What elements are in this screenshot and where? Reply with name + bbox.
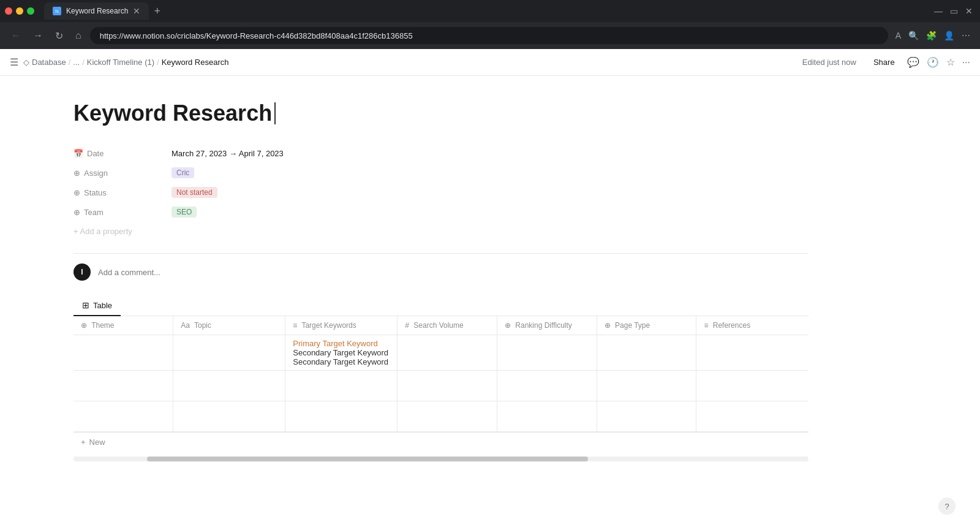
property-team-value[interactable]: SEO — [172, 207, 197, 218]
cell-search-2[interactable] — [398, 401, 497, 432]
cell-keywords-1[interactable] — [285, 371, 398, 401]
cell-ref-1[interactable] — [696, 371, 809, 401]
more-icon[interactable]: ··· — [962, 57, 970, 68]
property-status-value[interactable]: Not started — [172, 187, 217, 198]
cell-search-1[interactable] — [398, 371, 497, 401]
th-keywords[interactable]: ≡ Target Keywords — [285, 316, 398, 335]
page-title-text[interactable]: Keyword Research — [74, 100, 272, 126]
notion-content: Keyword Research 📅 Date March 27, 2023 →… — [0, 76, 980, 527]
text-cursor — [274, 102, 276, 124]
cell-topic-0[interactable] — [173, 335, 285, 371]
cell-theme-2[interactable] — [74, 401, 173, 432]
address-input[interactable] — [90, 27, 888, 44]
more-options-icon[interactable]: ⋯ — [959, 28, 973, 43]
property-date-value[interactable]: March 27, 2023 → April 7, 2023 — [172, 149, 284, 158]
home-button[interactable]: ⌂ — [72, 28, 85, 44]
cell-ranking-1[interactable] — [497, 371, 597, 401]
assign-tag[interactable]: Cric — [172, 167, 194, 178]
profile-icon[interactable]: 👤 — [941, 28, 957, 43]
forward-button[interactable]: → — [29, 28, 47, 44]
breadcrumb-sep-3: / — [157, 58, 159, 67]
extension-icon[interactable]: 🧩 — [924, 28, 939, 43]
th-ranking-icon: ⊕ — [505, 321, 511, 330]
favorite-icon[interactable]: ☆ — [946, 56, 955, 68]
history-icon[interactable]: 🕐 — [927, 56, 939, 68]
breadcrumb-database[interactable]: Database — [32, 58, 66, 67]
horizontal-scrollbar[interactable] — [74, 457, 809, 461]
table-row[interactable] — [74, 401, 809, 432]
titlebar-close-icon[interactable]: ✕ — [963, 4, 975, 18]
refresh-button[interactable]: ↻ — [51, 28, 67, 44]
properties-divider — [74, 253, 809, 254]
cell-ranking-0[interactable] — [497, 335, 597, 371]
cell-theme-0[interactable] — [74, 335, 173, 371]
breadcrumb-db-icon[interactable]: ◇ — [23, 58, 29, 67]
property-date-label[interactable]: 📅 Date — [74, 149, 172, 158]
property-assign-label[interactable]: ⊕ Assign — [74, 169, 172, 178]
cell-topic-1[interactable] — [173, 371, 285, 401]
cell-ref-0[interactable] — [696, 335, 809, 371]
share-button[interactable]: Share — [869, 55, 900, 69]
cell-ranking-2[interactable] — [497, 401, 597, 432]
new-row-button[interactable]: + New — [74, 432, 809, 452]
cell-keywords-2[interactable] — [285, 401, 398, 432]
address-bar: ← → ↻ ⌂ A 🔍 🧩 👤 ⋯ — [0, 22, 980, 49]
cell-theme-1[interactable] — [74, 371, 173, 401]
property-assign-row: ⊕ Assign Cric — [74, 163, 809, 183]
topbar-left: ☰ ◇ Database / ... / Kickoff Timeline (1… — [10, 56, 797, 68]
property-team-label[interactable]: ⊕ Team — [74, 208, 172, 217]
th-ranking[interactable]: ⊕ Ranking Difficulty — [497, 316, 597, 335]
back-button[interactable]: ← — [7, 28, 24, 44]
breadcrumb-kickoff[interactable]: Kickoff Timeline (1) — [87, 58, 154, 67]
table-tab-label: Table — [93, 301, 112, 310]
property-status-row: ⊕ Status Not started — [74, 183, 809, 202]
comment-icon[interactable]: 💬 — [907, 56, 919, 68]
page-title: Keyword Research — [74, 100, 809, 126]
titlebar-right: — ▭ ✕ — [932, 4, 975, 18]
add-property-label: + Add a property — [74, 227, 132, 236]
cell-page-1[interactable] — [597, 371, 696, 401]
th-ranking-label: Ranking Difficulty — [515, 321, 571, 330]
zoom-icon[interactable]: 🔍 — [906, 28, 921, 43]
cell-topic-2[interactable] — [173, 401, 285, 432]
titlebar-restore-icon[interactable]: ▭ — [948, 4, 960, 18]
user-avatar: I — [74, 264, 91, 281]
tab-close-button[interactable]: ✕ — [133, 7, 140, 15]
th-keywords-icon: ≡ — [293, 321, 297, 330]
tab-table[interactable]: ⊞ Table — [74, 295, 121, 316]
cell-search-0[interactable] — [398, 335, 497, 371]
help-button[interactable]: ? — [938, 498, 956, 515]
property-status-label[interactable]: ⊕ Status — [74, 188, 172, 197]
property-assign-value[interactable]: Cric — [172, 167, 194, 178]
th-page-type[interactable]: ⊕ Page Type — [597, 316, 696, 335]
minimize-window-button[interactable] — [16, 7, 23, 15]
cell-ref-2[interactable] — [696, 401, 809, 432]
table-row[interactable] — [74, 371, 809, 401]
status-tag[interactable]: Not started — [172, 187, 217, 198]
breadcrumb-ellipsis[interactable]: ... — [73, 58, 80, 67]
active-tab[interactable]: N Keyword Research ✕ — [44, 2, 149, 20]
new-tab-button[interactable]: + — [151, 5, 163, 18]
tab-title: Keyword Research — [66, 7, 128, 15]
comment-row: I — [74, 264, 809, 281]
table-row[interactable]: Primary Target Keyword Secondary Target … — [74, 335, 809, 371]
comment-input[interactable] — [98, 268, 809, 277]
cell-keywords-0[interactable]: Primary Target Keyword Secondary Target … — [285, 335, 398, 371]
translate-icon[interactable]: A — [893, 28, 903, 43]
cell-page-0[interactable] — [597, 335, 696, 371]
data-table: ⊕ Theme Aa Topic ≡ Target Keywords # Sea… — [74, 316, 809, 432]
maximize-window-button[interactable] — [27, 7, 34, 15]
sidebar-toggle-icon[interactable]: ☰ — [10, 56, 18, 68]
titlebar-minimize-icon[interactable]: — — [932, 4, 945, 18]
scroll-thumb[interactable] — [147, 457, 588, 461]
team-tag[interactable]: SEO — [172, 207, 197, 218]
th-topic[interactable]: Aa Topic — [173, 316, 285, 335]
add-property-button[interactable]: + Add a property — [74, 224, 809, 238]
th-references[interactable]: ≡ References — [696, 316, 809, 335]
th-theme[interactable]: ⊕ Theme — [74, 316, 173, 335]
close-window-button[interactable] — [5, 7, 12, 15]
th-search-volume[interactable]: # Search Volume — [398, 316, 497, 335]
notion-topbar: ☰ ◇ Database / ... / Kickoff Timeline (1… — [0, 49, 980, 76]
table-tab-icon: ⊞ — [82, 300, 89, 310]
cell-page-2[interactable] — [597, 401, 696, 432]
